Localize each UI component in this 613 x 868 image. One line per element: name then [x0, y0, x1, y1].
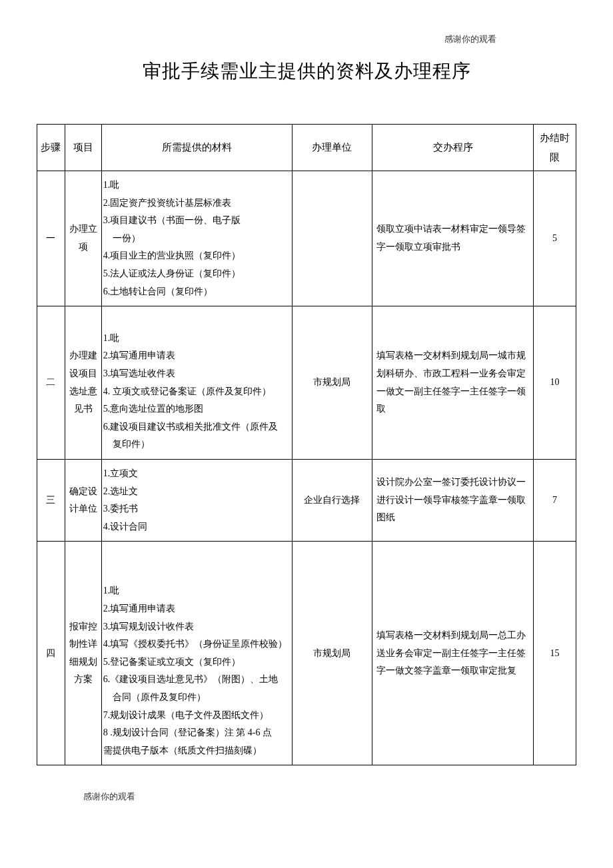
cell-procedure: 设计院办公室一签订委托设计协议一进行设计一领导审核签字盖章一领取图纸	[372, 459, 534, 541]
materials-line: 2.选址文	[103, 483, 289, 501]
cell-step: 三	[37, 459, 65, 541]
cell-deadline: 15	[534, 542, 576, 765]
materials-line	[103, 312, 289, 330]
materials-line: 6.《建设项目选址意见书》（附图）、土地	[103, 671, 289, 689]
th-project: 项目	[65, 125, 101, 171]
cell-unit: 企业自行选择	[292, 459, 372, 541]
cell-deadline: 5	[534, 171, 576, 306]
materials-line: 4. 立项文或登记备案证（原件及复印件）	[103, 383, 289, 401]
materials-line: 一份）	[103, 230, 289, 248]
materials-line: 6.建设项目建议书或相关批准文件（原件及	[103, 418, 289, 436]
cell-step: 二	[37, 306, 65, 460]
materials-line: 4.项目业主的营业执照（复印件）	[103, 247, 289, 265]
cell-project: 报审控制性详细规划方案	[65, 542, 101, 765]
cell-materials: 1.吡2.填写通用申请表3.填写规划设计收件表4.填写《授权委托书》（身份证呈原…	[101, 542, 292, 765]
materials-line	[103, 547, 289, 565]
th-deadline: 办结时限	[534, 125, 576, 171]
materials-line: 3.委托书	[103, 500, 289, 518]
materials-line: 3.项目建议书（书面一份、电子版	[103, 212, 289, 230]
materials-line: 3.填写规划设计收件表	[103, 618, 289, 636]
table-body: 一办理立项1.吡2.固定资产投资统计基层标准表3.项目建议书（书面一份、电子版 …	[37, 171, 576, 765]
cell-materials: 1.吡2.填写通用申请表3.填写选址收件表4. 立项文或登记备案证（原件及复印件…	[101, 306, 292, 460]
th-procedure: 交办程序	[372, 125, 534, 171]
materials-line: 2.填写通用申请表	[103, 600, 289, 618]
materials-line: 1.吡	[103, 330, 289, 348]
cell-materials: 1.立项文2.选址文3.委托书4.设计合同	[101, 459, 292, 541]
cell-unit: 市规划局	[292, 306, 372, 460]
cell-step: 四	[37, 542, 65, 765]
table-row: 一办理立项1.吡2.固定资产投资统计基层标准表3.项目建议书（书面一份、电子版 …	[37, 171, 576, 306]
materials-line: 1.吡	[103, 582, 289, 600]
cell-project: 确定设计单位	[65, 459, 101, 541]
th-materials: 所需提供的材料	[101, 125, 292, 171]
materials-line: 5.意向选址位置的地形图	[103, 400, 289, 418]
materials-line: 合同（原件及复印件）	[103, 689, 289, 707]
materials-line	[103, 565, 289, 583]
table-row: 二办理建设项目选址意见书 1.吡2.填写通用申请表3.填写选址收件表4. 立项文…	[37, 306, 576, 460]
materials-line: 1.立项文	[103, 465, 289, 483]
page-footer-note: 感谢你的观看	[37, 791, 576, 803]
materials-line: 需提供电子版本（纸质文件扫描刻碟）	[103, 742, 289, 760]
cell-step: 一	[37, 171, 65, 306]
cell-unit	[292, 171, 372, 306]
materials-line: 8 .规划设计合同（登记备案）注 第 4-6 点	[103, 724, 289, 742]
materials-line: 2.固定资产投资统计基层标准表	[103, 195, 289, 213]
cell-project: 办理立项	[65, 171, 101, 306]
th-step: 步骤	[37, 125, 65, 171]
table-row: 四报审控制性详细规划方案 1.吡2.填写通用申请表3.填写规划设计收件表4.填写…	[37, 542, 576, 765]
cell-materials: 1.吡2.固定资产投资统计基层标准表3.项目建议书（书面一份、电子版 一份）4.…	[101, 171, 292, 306]
cell-deadline: 7	[534, 459, 576, 541]
materials-line: 复印件）	[103, 436, 289, 454]
materials-line: 1.吡	[103, 177, 289, 195]
materials-line: 3.填写选址收件表	[103, 365, 289, 383]
materials-line: 4.填写《授权委托书》（身份证呈原件校验）	[103, 636, 289, 653]
th-unit: 办理单位	[292, 125, 372, 171]
materials-line: 7.规划设计成果（电子文件及图纸文件）	[103, 707, 289, 725]
cell-project: 办理建设项目选址意见书	[65, 306, 101, 460]
materials-line: 2.填写通用申请表	[103, 347, 289, 365]
table-row: 三确定设计单位1.立项文2.选址文3.委托书4.设计合同企业自行选择设计院办公室…	[37, 459, 576, 541]
materials-line: 5.登记备案证或立项文（复印件）	[103, 653, 289, 671]
materials-line: 4.设计合同	[103, 518, 289, 536]
table-header-row: 步骤 项目 所需提供的材料 办理单位 交办程序 办结时限	[37, 125, 576, 171]
materials-line: 5.法人证或法人身份证（复印件）	[103, 265, 289, 283]
cell-deadline: 10	[534, 306, 576, 460]
page-header-note: 感谢你的观看	[37, 33, 576, 45]
materials-line: 6.土地转让合同（复印件）	[103, 283, 289, 301]
cell-procedure: 领取立项中诘表一材料审定一领导签字一领取立项审批书	[372, 171, 534, 306]
document-title: 审批手续需业主提供的资料及办理程序	[37, 59, 576, 84]
cell-procedure: 填写表格一交材料到规划局一总工办送业务会审定一副主任签字一主任签字一做文签字盖章…	[372, 542, 534, 765]
approval-table: 步骤 项目 所需提供的材料 办理单位 交办程序 办结时限 一办理立项1.吡2.固…	[37, 124, 576, 765]
cell-unit: 市规划局	[292, 542, 372, 765]
cell-procedure: 填写表格一交材料到规划局一城市规划科研办、市政工程科一业务会审定一做文一副主任签…	[372, 306, 534, 460]
